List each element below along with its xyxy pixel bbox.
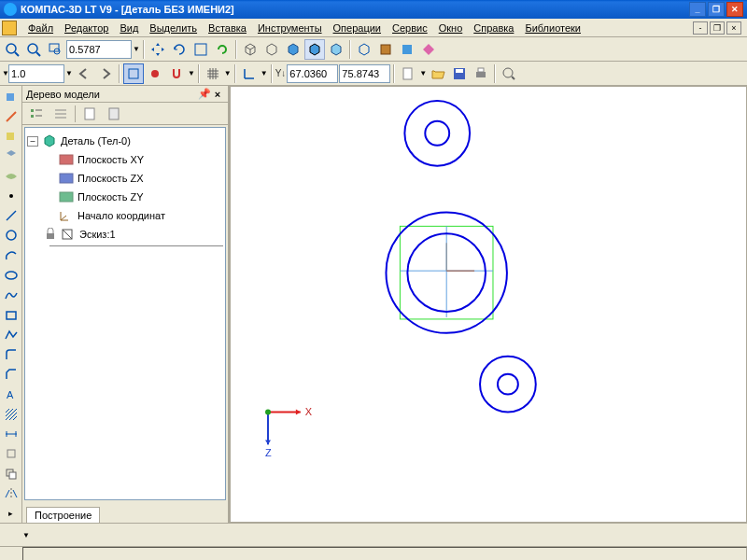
svg-rect-41: [109, 108, 119, 119]
snap-icon[interactable]: [166, 63, 187, 84]
model-tree[interactable]: – Деталь (Тел-0) Плоскость XY Плоскость …: [24, 127, 226, 500]
tool-mirror-icon[interactable]: [2, 484, 21, 502]
shaded-edges-icon[interactable]: [304, 39, 325, 60]
menu-service[interactable]: Сервис: [387, 21, 433, 35]
zoom-out-icon[interactable]: [23, 39, 44, 60]
refresh-icon[interactable]: [212, 39, 233, 60]
preview-icon[interactable]: [499, 63, 519, 84]
doc-minimize-button[interactable]: -: [693, 21, 708, 35]
tool-dimension-icon[interactable]: [2, 426, 21, 443]
svg-rect-42: [60, 155, 73, 164]
menu-help[interactable]: Справка: [468, 21, 519, 35]
tool-spatial-icon[interactable]: [2, 147, 21, 165]
menu-bar: Файл Редактор Вид Выделить Вставка Инстр…: [0, 19, 747, 37]
coord-x-input[interactable]: [287, 64, 338, 83]
menu-editor[interactable]: Редактор: [59, 21, 114, 35]
section-icon[interactable]: [397, 39, 417, 60]
perspective-icon[interactable]: [326, 39, 346, 60]
tree-item[interactable]: Эскиз:1: [27, 225, 223, 244]
tool-sketch-icon[interactable]: [2, 107, 21, 125]
doc-close-button[interactable]: ×: [726, 21, 741, 35]
fit-icon[interactable]: [190, 39, 211, 60]
menu-view[interactable]: Вид: [114, 21, 144, 35]
menu-libraries[interactable]: Библиотеки: [519, 21, 586, 35]
tool-circle-icon[interactable]: [2, 227, 21, 245]
tool-constraint-icon[interactable]: [2, 445, 21, 463]
svg-rect-11: [403, 68, 412, 79]
shaded-icon[interactable]: [283, 39, 303, 60]
svg-rect-35: [31, 115, 34, 118]
tool-arc-icon[interactable]: [2, 246, 21, 264]
svg-point-10: [151, 70, 159, 77]
print-icon[interactable]: [471, 63, 491, 84]
menu-file[interactable]: Файл: [22, 21, 59, 35]
menu-select[interactable]: Выделить: [144, 21, 203, 35]
tree-relations-icon[interactable]: [79, 104, 100, 124]
open-icon[interactable]: [428, 63, 448, 84]
tree-item[interactable]: Плоскость ZY: [27, 188, 223, 206]
tree-display-icon[interactable]: [50, 104, 71, 124]
minimize-button[interactable]: _: [689, 2, 706, 17]
orientation-icon[interactable]: [354, 39, 374, 60]
local-cs-icon[interactable]: [239, 63, 260, 84]
tool-text-icon[interactable]: A: [2, 385, 21, 403]
pan-icon[interactable]: [148, 39, 168, 60]
panel-pin-icon[interactable]: 📌: [198, 88, 211, 101]
menu-tools[interactable]: Инструменты: [252, 21, 328, 35]
tree-config-icon[interactable]: [26, 104, 47, 124]
doc-restore-button[interactable]: ❐: [710, 21, 725, 35]
snap-rounding-icon[interactable]: [145, 63, 165, 84]
scale-input[interactable]: [8, 64, 64, 83]
menu-operations[interactable]: Операции: [328, 21, 387, 35]
tool-surface-icon[interactable]: [2, 167, 21, 185]
save-icon[interactable]: [449, 63, 470, 84]
svg-rect-7: [381, 45, 390, 54]
rotate-icon[interactable]: [169, 39, 190, 60]
tool-spline-icon[interactable]: [2, 287, 21, 304]
menu-insert[interactable]: Вставка: [203, 21, 252, 35]
new-icon[interactable]: [398, 63, 418, 84]
zoom-value-input[interactable]: [66, 40, 132, 59]
wireframe-icon[interactable]: [240, 39, 261, 60]
sketch-icon: [61, 228, 76, 241]
svg-line-1: [15, 52, 19, 56]
tool-cut-icon[interactable]: [2, 128, 21, 146]
tool-line-icon[interactable]: [2, 207, 21, 225]
tool-fillet-icon[interactable]: [2, 345, 21, 363]
tool-ellipse-icon[interactable]: [2, 266, 21, 284]
panel-close-icon[interactable]: ×: [211, 88, 224, 101]
tool-hatch-icon[interactable]: [2, 405, 21, 423]
tool-copy-icon[interactable]: [2, 465, 21, 483]
close-button[interactable]: ✕: [726, 2, 743, 17]
tree-item[interactable]: Плоскость ZX: [27, 169, 223, 188]
ortho-icon[interactable]: [123, 63, 144, 84]
toolbar-view: ▼: [0, 37, 747, 62]
svg-rect-6: [195, 44, 206, 55]
menu-window[interactable]: Окно: [433, 21, 469, 35]
svg-rect-13: [456, 69, 463, 73]
view-cube-icon[interactable]: [375, 39, 396, 60]
restore-button[interactable]: ❐: [708, 2, 725, 17]
tool-rect-icon[interactable]: [2, 306, 21, 324]
tree-props-icon[interactable]: [104, 104, 124, 124]
tree-root[interactable]: – Деталь (Тел-0): [27, 132, 223, 150]
drawing-canvas[interactable]: X Z: [230, 86, 747, 523]
hidden-lines-icon[interactable]: [261, 39, 282, 60]
window-title: КОМПАС-3D LT V9 - [Деталь БЕЗ ИМЕНИ2]: [21, 4, 689, 15]
tool-extrude-icon[interactable]: [2, 88, 21, 105]
grid-icon[interactable]: [203, 63, 223, 84]
tab-build[interactable]: Построение: [26, 507, 100, 523]
coord-y-input[interactable]: [339, 64, 390, 83]
tool-polyline-icon[interactable]: [2, 326, 21, 343]
tree-item[interactable]: Начало координат: [27, 206, 223, 225]
model-tree-panel: Дерево модели 📌 × – Деталь (Тел-0) Плоск…: [22, 86, 230, 523]
zoom-in-icon[interactable]: [2, 39, 22, 60]
tool-more-icon[interactable]: ▸: [2, 505, 21, 523]
zoom-window-icon[interactable]: [45, 39, 65, 60]
tool-point-icon[interactable]: [2, 187, 21, 204]
tool-chamfer-icon[interactable]: [2, 366, 21, 384]
step-back-icon[interactable]: [74, 63, 94, 84]
step-fwd-icon[interactable]: [95, 63, 116, 84]
tree-item[interactable]: Плоскость XY: [27, 150, 223, 169]
clip-icon[interactable]: [418, 39, 439, 60]
